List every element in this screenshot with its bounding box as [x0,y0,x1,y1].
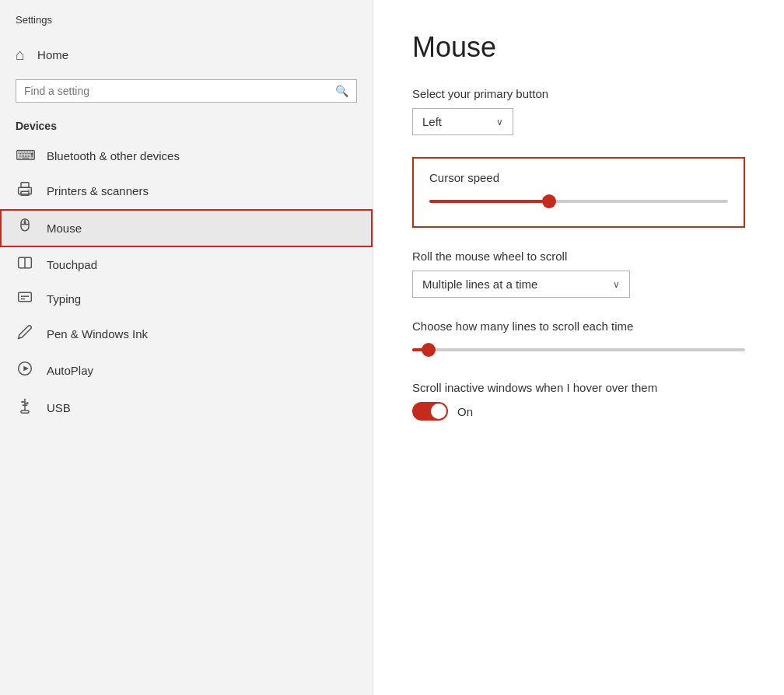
home-label: Home [37,48,68,61]
sidebar-item-usb[interactable]: USB [0,389,373,427]
lines-scroll-track [412,348,745,351]
mouse-icon [16,218,34,239]
sidebar-item-autoplay[interactable]: AutoPlay [0,352,373,389]
chevron-down-icon: ∨ [496,117,503,127]
scroll-inactive-section: Scroll inactive windows when I hover ove… [412,381,745,421]
scroll-inactive-toggle[interactable] [412,402,448,421]
lines-scroll-slider-container [412,341,745,359]
sidebar-item-touchpad[interactable]: Touchpad [0,247,373,282]
sidebar-item-mouse[interactable]: Mouse [0,209,373,247]
sidebar-item-pen[interactable]: Pen & Windows Ink [0,316,373,352]
home-icon: ⌂ [16,46,25,64]
touchpad-icon [16,256,34,274]
page-title: Mouse [412,31,745,64]
scroll-wheel-label: Roll the mouse wheel to scroll [412,250,745,263]
svg-rect-0 [21,183,29,188]
home-nav-item[interactable]: ⌂ Home [0,37,373,73]
lines-scroll-section: Choose how many lines to scroll each tim… [412,320,745,359]
sidebar-item-pen-label: Pen & Windows Ink [47,327,148,341]
cursor-speed-slider-container [429,192,728,211]
sidebar-item-touchpad-label: Touchpad [47,258,97,271]
sidebar-item-typing-label: Typing [47,292,81,306]
primary-button-value: Left [422,115,442,128]
scroll-wheel-section: Roll the mouse wheel to scroll Multiple … [412,250,745,298]
cursor-speed-label: Cursor speed [429,171,728,184]
scroll-wheel-value: Multiple lines at a time [422,278,537,291]
toggle-knob [431,403,446,419]
sidebar-item-printers[interactable]: Printers & scanners [0,173,373,209]
autoplay-icon [16,361,34,380]
pen-icon [16,324,34,344]
scroll-inactive-on-label: On [457,405,473,418]
primary-button-label: Select your primary button [412,87,745,100]
cursor-speed-section: Cursor speed [412,157,745,228]
svg-rect-2 [21,191,29,195]
svg-rect-8 [23,221,26,223]
typing-icon [16,291,34,307]
search-icon: 🔍 [335,85,348,97]
sidebar-item-bluetooth-label: Bluetooth & other devices [47,149,180,162]
sidebar-item-usb-label: USB [47,401,71,414]
sidebar-item-printers-label: Printers & scanners [47,184,149,197]
lines-scroll-label: Choose how many lines to scroll each tim… [412,320,745,333]
search-input[interactable] [24,85,329,97]
svg-point-22 [26,402,29,404]
main-content: Mouse Select your primary button Left ∨ … [373,0,784,695]
search-box[interactable]: 🔍 [16,79,357,103]
cursor-speed-slider-track [429,200,728,203]
sidebar-item-bluetooth[interactable]: ⌨ Bluetooth & other devices [0,138,373,173]
section-label: Devices [0,115,373,138]
usb-icon [16,397,34,418]
scroll-wheel-dropdown[interactable]: Multiple lines at a time ∨ [412,271,630,298]
scroll-inactive-toggle-row: On [412,402,745,421]
sidebar-item-typing[interactable]: Typing [0,282,373,316]
app-title: Settings [0,0,373,37]
bluetooth-icon: ⌨ [16,147,34,164]
chevron-down-icon: ∨ [613,279,620,290]
primary-button-section: Select your primary button Left ∨ [412,87,745,135]
svg-rect-1 [19,187,32,194]
svg-marker-15 [23,366,29,372]
sidebar: Settings ⌂ Home 🔍 Devices ⌨ Bluetooth & … [0,0,373,695]
scroll-inactive-label: Scroll inactive windows when I hover ove… [412,381,745,394]
cursor-speed-fill [429,200,549,203]
printer-icon [16,181,34,201]
cursor-speed-thumb[interactable] [542,194,556,208]
sidebar-item-mouse-label: Mouse [47,222,82,235]
svg-point-3 [28,190,30,191]
primary-button-dropdown[interactable]: Left ∨ [412,108,513,135]
svg-rect-18 [21,410,29,413]
svg-point-21 [21,401,23,403]
sidebar-item-autoplay-label: AutoPlay [47,364,93,377]
svg-rect-11 [19,292,32,302]
lines-scroll-thumb[interactable] [422,343,436,357]
